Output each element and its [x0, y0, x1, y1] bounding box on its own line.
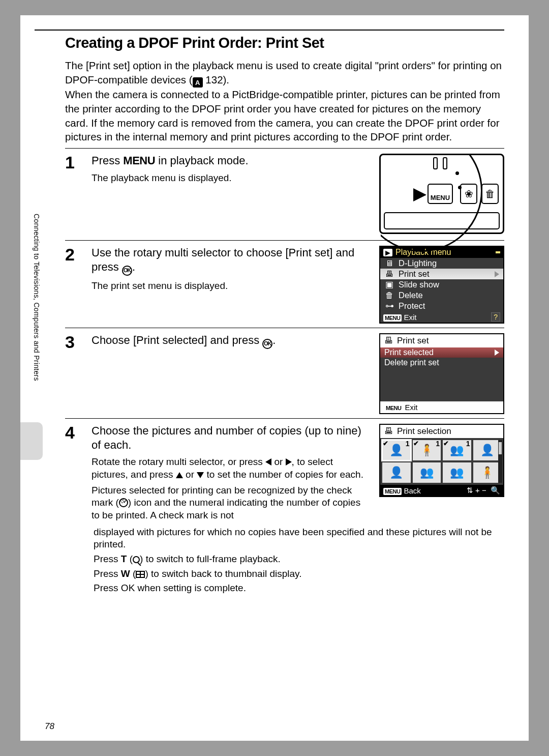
indicator-icon: [496, 251, 500, 253]
macro-button-icon: ❀: [460, 184, 477, 204]
thumbnail-selected: ✔1👤: [382, 440, 411, 460]
thumbnail: 👤: [382, 462, 411, 483]
step-heading: Choose [Print selected] and press OK.: [92, 333, 368, 349]
step-heading: Choose the pictures and number of copies…: [92, 424, 368, 452]
thumbnail-grid: ✔1👤 ✔1🧍 ✔1👥 👤 👤 👥 👥 🧍: [380, 438, 503, 485]
slideshow-icon: ▣: [384, 280, 394, 289]
thumbnail: 👥: [443, 462, 471, 483]
screen-title-bar: ▶ Playback menu: [380, 247, 503, 258]
zoom-controls-icon: ⇅ + − 🔍: [467, 486, 500, 495]
screen-footer: MENUExit: [380, 401, 503, 413]
intro-line1b: 132).: [203, 74, 229, 85]
step-3: 3 Choose [Print selected] and press OK. …: [35, 333, 504, 414]
step-description: The playback menu is displayed.: [92, 172, 368, 185]
camera-led-icon: [433, 157, 438, 169]
step-4: 4 Choose the pictures and number of copi…: [35, 424, 504, 525]
playback-menu-screen: ▶ Playback menu 🖥D-Lighting 🖶Print set ▣…: [379, 246, 504, 324]
ok-button-icon: OK: [121, 583, 135, 593]
top-rule: [35, 30, 504, 31]
step-number: 1: [65, 154, 82, 171]
screen-spacer: [380, 368, 503, 401]
reference-icon: A: [193, 77, 203, 88]
right-arrow-icon: [286, 458, 292, 466]
divider: [65, 418, 504, 419]
printer-icon: 🖶: [384, 426, 393, 437]
menu-item: ⊶Protect: [380, 301, 503, 311]
ok-button-icon: OK: [262, 339, 272, 349]
t-button-label: T: [121, 554, 127, 564]
menu-item: ▣Slide show: [380, 279, 503, 290]
print-set-screen: 🖶 Print set Print selected Delete print …: [379, 333, 504, 414]
menu-badge-icon: MENU: [383, 488, 402, 495]
menu-badge-icon: MENU: [383, 314, 402, 322]
ok-button-icon: OK: [122, 266, 132, 276]
step-1: 1 Press MENU in playback mode. The playb…: [35, 154, 504, 236]
camera-illustration: MENU ❀ 🗑: [379, 154, 504, 234]
magnify-icon: [133, 556, 140, 563]
scrollbar-icon: [498, 440, 502, 483]
page-title: Creating a DPOF Print Order: Print Set: [35, 35, 504, 51]
playback-icon: ▶: [383, 249, 392, 256]
step-number: 3: [65, 333, 82, 351]
checkmark-icon: [119, 498, 128, 507]
step-2: 2 Use the rotary multi selector to choos…: [35, 246, 504, 324]
dlighting-icon: 🖥: [384, 258, 394, 268]
thumbnail: ✔1👥: [443, 440, 471, 460]
step-description: Rotate the rotary multi selector, or pre…: [92, 456, 368, 521]
menu-item: 🖥D-Lighting: [380, 258, 503, 269]
left-arrow-icon: [265, 458, 271, 466]
screen-footer: MENUExit ?: [380, 311, 503, 323]
menu-item: 🗑Delete: [380, 290, 503, 301]
step-description: The print set menu is displayed.: [92, 280, 368, 293]
screen-title-bar: 🖶 Print set: [380, 334, 503, 347]
w-button-label: W: [121, 568, 130, 579]
step-number: 2: [65, 246, 82, 263]
screen-footer: MENUBack ⇅ + − 🔍: [380, 485, 503, 496]
step-number: 4: [65, 424, 82, 441]
up-arrow-icon: [176, 472, 183, 478]
divider: [65, 328, 504, 328]
thumbnail: 👤: [473, 440, 502, 460]
thumbnail-grid-icon: [136, 571, 145, 578]
menu-button-icon: MENU: [428, 184, 453, 204]
intro-line1a: The [Print set] option in the playback m…: [65, 60, 502, 85]
divider: [65, 148, 504, 149]
arrow-icon: [413, 188, 426, 201]
screen-title-bar: 🖶 Print selection: [380, 425, 503, 438]
intro-line2: When the camera is connected to a PictBr…: [65, 89, 500, 142]
screen-title: Print selection: [397, 426, 451, 437]
down-arrow-icon: [197, 472, 204, 478]
thumbnail: 👥: [413, 462, 441, 483]
printer-icon: 🖶: [384, 269, 394, 279]
help-icon: ?: [491, 312, 500, 322]
menu-item-selected: Print selected: [380, 347, 503, 358]
step-4-continued: displayed with pictures for which no cop…: [35, 526, 504, 595]
camera-screen-icon: [384, 212, 500, 229]
thumbnail: ✔1🧍: [413, 440, 441, 460]
printer-icon: 🖶: [384, 336, 393, 346]
screen-title: Print set: [397, 336, 429, 346]
trash-icon: 🗑: [384, 290, 394, 300]
menu-text-icon: MENU: [123, 154, 155, 167]
protect-icon: ⊶: [384, 301, 394, 311]
intro-text: The [Print set] option in the playback m…: [35, 59, 504, 144]
step-heading: Press MENU in playback mode.: [92, 154, 368, 168]
section-tab-stub: [20, 422, 43, 460]
menu-item: Delete print set: [380, 358, 503, 368]
menu-item-selected: 🖶Print set: [380, 269, 503, 279]
manual-page: Creating a DPOF Print Order: Print Set T…: [20, 15, 529, 741]
step-heading: Use the rotary multi selector to choose …: [92, 246, 368, 275]
camera-led-icon: [443, 157, 447, 169]
thumbnail: 🧍: [473, 462, 502, 483]
section-tab-label: Connecting to Televisions, Computers and…: [33, 214, 41, 381]
print-selection-screen: 🖶 Print selection ✔1👤 ✔1🧍 ✔1👥 👤 👤 👥 👥 🧍: [379, 424, 504, 497]
menu-badge-icon: MENU: [384, 404, 403, 412]
delete-button-icon: 🗑: [481, 184, 499, 204]
page-number: 78: [45, 721, 54, 732]
